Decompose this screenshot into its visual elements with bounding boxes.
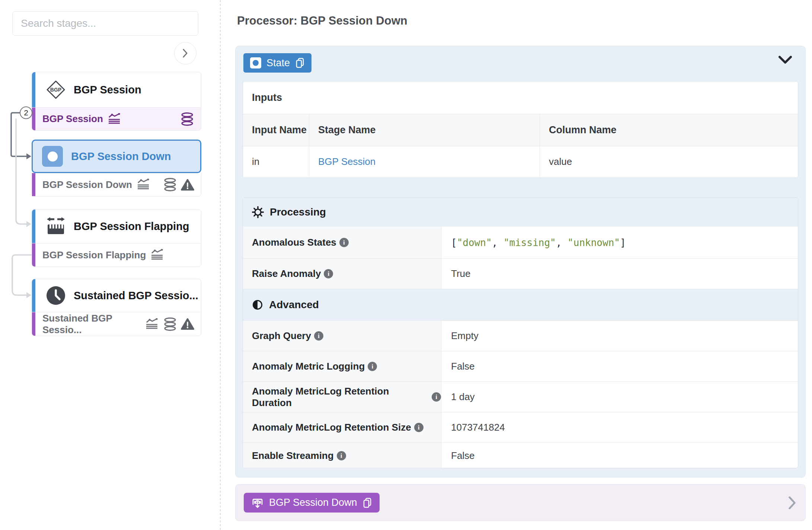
property-row-anomalous-states: Anomalous States i ["down", "missing", "… (243, 227, 798, 258)
bgp-diamond-icon: BGP (45, 79, 66, 100)
state-button[interactable]: State (243, 53, 311, 73)
stage-name-link[interactable]: BGP Session (318, 156, 375, 167)
stage-title: BGP Session (74, 84, 141, 96)
metrics-chart-icon (145, 318, 159, 330)
stage-sub-bgp-session[interactable]: BGP Session (32, 107, 201, 130)
gear-icon (252, 206, 264, 218)
state-button-label: State (266, 57, 290, 69)
stage-sub-label: BGP Session (42, 113, 103, 125)
stage-title: BGP Session Down (71, 150, 171, 163)
column-header-column-name: Column Name (540, 114, 798, 146)
section-title: Advanced (269, 299, 319, 311)
database-icon (180, 112, 194, 126)
property-row-enable-streaming: Enable Streaming i False (243, 443, 798, 468)
sidebar-main-divider (220, 0, 221, 530)
info-icon[interactable]: i (324, 269, 333, 278)
search-input[interactable] (12, 11, 198, 36)
inputs-header-row: Input Name Stage Name Column Name (243, 114, 798, 146)
sidebar-collapse-button[interactable] (174, 42, 196, 64)
svg-text:BGP: BGP (50, 87, 61, 93)
info-icon[interactable]: i (337, 451, 346, 460)
property-label: Anomaly MetricLog Retention Size (252, 422, 411, 433)
processor-properties-table: Processing Anomalous States i ["down", "… (243, 197, 798, 468)
column-header-input-name: Input Name (243, 114, 309, 146)
stage-sub-sustained-bgp-session[interactable]: Sustained BGP Sessio... (32, 312, 201, 336)
copy-icon[interactable] (362, 497, 372, 508)
info-icon[interactable]: i (314, 331, 323, 341)
input-name-cell: in (243, 146, 309, 177)
property-label: Graph Query (252, 330, 311, 342)
property-value: 1 day (441, 382, 798, 412)
property-label: Raise Anomaly (252, 268, 321, 280)
info-icon[interactable]: i (432, 392, 441, 402)
anomaly-footer-bar: BGP Session Down (235, 484, 806, 521)
property-row-graph-query: Graph Query i Empty (243, 320, 798, 351)
copy-icon[interactable] (295, 57, 305, 68)
inputs-table: Inputs Input Name Stage Name Column Name… (243, 81, 798, 178)
stage-card-bgp-session-flapping: BGP Session Flapping BGP Session Flappin… (32, 209, 201, 267)
property-row-raise-anomaly: Raise Anomaly i True (243, 258, 798, 289)
info-icon[interactable]: i (414, 423, 423, 432)
metrics-chart-icon (108, 113, 121, 125)
stage-sub-bgp-session-down[interactable]: BGP Session Down (32, 173, 201, 196)
state-icon (250, 57, 261, 68)
property-label: Anomaly MetricLog Retention Duration (252, 386, 429, 409)
stage-bgp-session[interactable]: BGP BGP Session (32, 72, 201, 107)
chevron-right-icon (182, 48, 188, 58)
stage-sustained-bgp-session[interactable]: Sustained BGP Sessio... (32, 279, 201, 312)
warning-icon (181, 179, 194, 191)
property-value: True (441, 259, 798, 289)
stage-sub-bgp-session-flapping[interactable]: BGP Session Flapping (32, 243, 201, 266)
footer-expand-chevron[interactable] (788, 496, 796, 510)
property-label: Enable Streaming (252, 450, 334, 462)
database-icon (163, 178, 177, 191)
column-name-cell: value (540, 146, 798, 177)
section-advanced: Advanced (243, 289, 798, 320)
stage-card-bgp-session-down: BGP Session Down BGP Session Down (32, 140, 201, 197)
stage-output-count-badge: 2 (20, 106, 32, 119)
property-value: False (441, 443, 798, 468)
half-circle-icon (252, 299, 263, 310)
stage-bgp-session-down[interactable]: BGP Session Down (32, 140, 201, 173)
info-icon[interactable]: i (368, 362, 377, 371)
stage-card-bgp-session: BGP BGP Session BGP Session (32, 72, 201, 131)
stage-bgp-session-flapping[interactable]: BGP Session Flapping (32, 210, 201, 243)
stage-sub-label: BGP Session Down (42, 179, 132, 191)
chevron-down-icon (779, 56, 792, 64)
info-icon[interactable]: i (339, 238, 349, 247)
database-icon (163, 317, 177, 331)
pipeline-connectors (5, 104, 35, 307)
property-label: Anomalous States (252, 237, 336, 248)
stage-sub-label: Sustained BGP Sessio... (42, 313, 141, 336)
warning-icon (181, 318, 194, 330)
property-value: False (441, 351, 798, 381)
property-row-retention-size: Anomaly MetricLog Retention Size i 10737… (243, 412, 798, 443)
page-title: Processor: BGP Session Down (237, 14, 407, 28)
property-value: 1073741824 (441, 412, 798, 443)
property-label: Anomaly Metric Logging (252, 361, 365, 372)
property-row-retention-duration: Anomaly MetricLog Retention Duration i 1… (243, 381, 798, 412)
footer-button-label: BGP Session Down (269, 497, 357, 508)
property-value: Empty (441, 321, 798, 351)
inputs-data-row: in BGP Session value (243, 146, 798, 177)
stage-title: Sustained BGP Sessio... (74, 290, 198, 302)
clock-icon (45, 285, 66, 306)
inputs-title: Inputs (243, 82, 798, 114)
section-processing: Processing (243, 198, 798, 227)
metrics-chart-icon (137, 179, 150, 191)
anomaly-output-icon (251, 497, 264, 509)
metrics-chart-icon (150, 249, 164, 261)
column-header-stage-name: Stage Name (309, 114, 540, 146)
panel-collapse-button[interactable] (779, 56, 792, 64)
stage-sub-label: BGP Session Flapping (42, 249, 146, 261)
property-value: ["down", "missing", "unknown"] (441, 227, 798, 258)
property-row-anomaly-metric-logging: Anomaly Metric Logging i False (243, 351, 798, 381)
stage-title: BGP Session Flapping (74, 220, 189, 233)
state-stage-icon (42, 146, 63, 167)
bgp-session-down-anomaly-button[interactable]: BGP Session Down (244, 493, 380, 513)
stage-card-sustained-bgp-session: Sustained BGP Sessio... Sustained BGP Se… (32, 279, 201, 336)
flapping-ruler-icon (45, 216, 66, 236)
section-title: Processing (270, 206, 326, 218)
